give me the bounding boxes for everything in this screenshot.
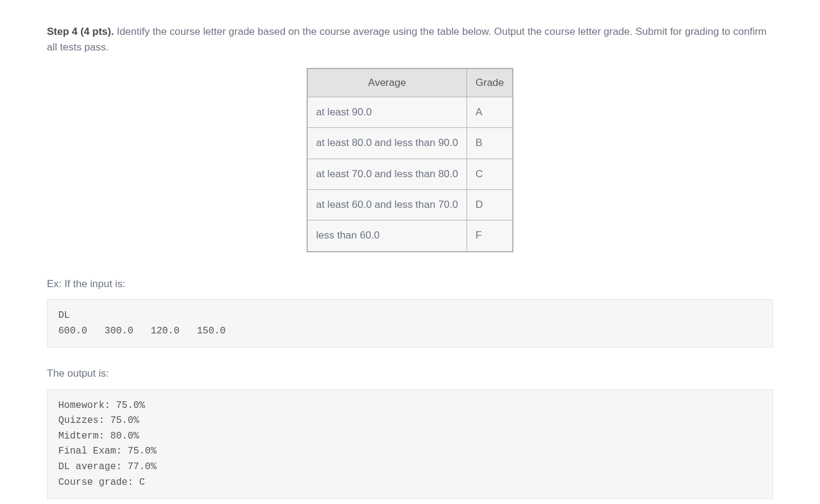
step-paragraph: Step 4 (4 pts). Identify the course lett… bbox=[47, 24, 773, 56]
step-label-bold: Step 4 (4 pts). bbox=[47, 26, 114, 37]
table-header-grade: Grade bbox=[467, 68, 513, 97]
grade-table: Average Grade at least 90.0 A at least 8… bbox=[307, 68, 514, 252]
table-header-average: Average bbox=[307, 68, 467, 97]
table-cell-grade: D bbox=[467, 190, 513, 220]
table-header-row: Average Grade bbox=[307, 68, 513, 97]
table-row: at least 80.0 and less than 90.0 B bbox=[307, 128, 513, 159]
example-input-label: Ex: If the input is: bbox=[47, 276, 773, 292]
table-cell-grade: C bbox=[467, 159, 513, 189]
table-cell-average: at least 80.0 and less than 90.0 bbox=[307, 128, 467, 159]
example-input-code: DL 600.0 300.0 120.0 150.0 bbox=[47, 299, 773, 348]
table-cell-average: at least 60.0 and less than 70.0 bbox=[307, 190, 467, 220]
table-cell-grade: F bbox=[467, 220, 513, 252]
table-row: at least 60.0 and less than 70.0 D bbox=[307, 190, 513, 220]
table-row: at least 90.0 A bbox=[307, 97, 513, 128]
table-cell-grade: B bbox=[467, 128, 513, 159]
step-description: Identify the course letter grade based o… bbox=[47, 26, 766, 53]
table-cell-grade: A bbox=[467, 97, 513, 128]
table-cell-average: less than 60.0 bbox=[307, 220, 467, 252]
table-cell-average: at least 70.0 and less than 80.0 bbox=[307, 159, 467, 189]
example-output-code: Homework: 75.0% Quizzes: 75.0% Midterm: … bbox=[47, 389, 773, 500]
example-output-label: The output is: bbox=[47, 366, 773, 381]
table-row: less than 60.0 F bbox=[307, 220, 513, 252]
table-cell-average: at least 90.0 bbox=[307, 97, 467, 128]
table-row: at least 70.0 and less than 80.0 C bbox=[307, 159, 513, 189]
